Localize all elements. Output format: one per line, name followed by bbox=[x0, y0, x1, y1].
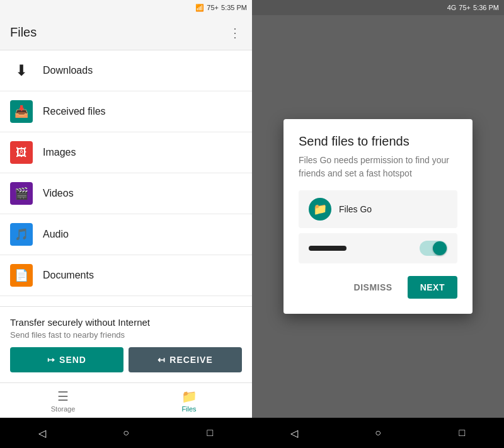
app-header: Files ⋮ bbox=[0, 15, 252, 50]
audio-label: Audio bbox=[43, 229, 69, 240]
right-home-button[interactable]: ○ bbox=[369, 423, 387, 442]
dismiss-button[interactable]: DISMISS bbox=[344, 276, 403, 299]
dialog-overlay: Send files to friends Files Go needs per… bbox=[252, 15, 504, 418]
documents-item[interactable]: 📄 Documents bbox=[0, 255, 252, 296]
images-icon: 🖼 bbox=[10, 141, 33, 164]
left-time: 5:35 PM bbox=[221, 4, 247, 11]
received-icon: 📥 bbox=[10, 100, 33, 123]
files-go-icon: 📁 bbox=[309, 198, 331, 221]
right-signal: 4G bbox=[447, 4, 457, 11]
receive-arrow-icon: ↤ bbox=[158, 355, 166, 365]
downloads-label: Downloads bbox=[43, 65, 93, 76]
left-battery: 75+ bbox=[207, 4, 219, 11]
videos-label: Videos bbox=[43, 188, 74, 199]
documents-label: Documents bbox=[43, 270, 94, 281]
receive-label: RECEIVE bbox=[169, 355, 212, 365]
send-label: SEND bbox=[59, 355, 86, 365]
bottom-navigation: ☰ Storage 📁 Files bbox=[0, 382, 252, 418]
nav-storage[interactable]: ☰ Storage bbox=[0, 383, 126, 418]
right-recent-button[interactable]: □ bbox=[452, 423, 471, 442]
audio-icon: 🎵 bbox=[10, 223, 33, 246]
downloads-icon: ⬇ bbox=[10, 59, 33, 82]
files-nav-icon: 📁 bbox=[181, 389, 197, 404]
right-system-nav: ◁ ○ □ bbox=[252, 418, 504, 448]
permission-toggle-row[interactable] bbox=[299, 233, 457, 263]
documents-icon: 📄 bbox=[10, 264, 33, 287]
left-signal-icon: 📶 bbox=[195, 4, 204, 12]
nav-files[interactable]: 📁 Files bbox=[126, 383, 252, 418]
transfer-section: Transfer securely without Internet Send … bbox=[0, 306, 252, 382]
send-files-dialog: Send files to friends Files Go needs per… bbox=[284, 119, 472, 314]
transfer-buttons: ↦ SEND ↤ RECEIVE bbox=[10, 347, 242, 372]
home-button[interactable]: ○ bbox=[117, 423, 135, 442]
videos-item[interactable]: 🎬 Videos bbox=[0, 173, 252, 214]
transfer-subtitle: Send files fast to nearby friends bbox=[10, 330, 242, 340]
next-button[interactable]: NEXT bbox=[408, 276, 457, 299]
right-time: 5:36 PM bbox=[473, 4, 499, 11]
perm-left: 📁 Files Go bbox=[309, 198, 372, 221]
permission-app-item: 📁 Files Go bbox=[299, 190, 457, 228]
receive-button[interactable]: ↤ RECEIVE bbox=[129, 347, 242, 372]
right-back-button[interactable]: ◁ bbox=[285, 423, 304, 442]
dialog-message: Files Go needs permission to find your f… bbox=[299, 154, 457, 180]
back-button[interactable]: ◁ bbox=[33, 423, 52, 442]
right-status-bar: 4G 75+ 5:36 PM bbox=[252, 0, 504, 15]
send-arrow-icon: ↦ bbox=[47, 355, 55, 365]
system-navigation: ◁ ○ □ ◁ ○ □ bbox=[0, 418, 504, 448]
storage-nav-label: Storage bbox=[51, 405, 76, 413]
videos-icon: 🎬 bbox=[10, 182, 33, 205]
overflow-menu-icon[interactable]: ⋮ bbox=[229, 25, 242, 40]
downloads-item[interactable]: ⬇ Downloads bbox=[0, 50, 252, 91]
storage-icon: ☰ bbox=[57, 389, 69, 404]
toggle-switch[interactable] bbox=[420, 241, 447, 256]
images-item[interactable]: 🖼 Images bbox=[0, 132, 252, 173]
received-files-item[interactable]: 📥 Received files bbox=[0, 91, 252, 132]
audio-item[interactable]: 🎵 Audio bbox=[0, 214, 252, 255]
file-list: ⬇ Downloads 📥 Received files 🖼 Images 🎬 … bbox=[0, 50, 252, 306]
right-battery: 75+ bbox=[459, 4, 471, 11]
toggle-knob bbox=[433, 241, 447, 255]
app-title: Files bbox=[10, 25, 37, 40]
app-name-label: Files Go bbox=[339, 204, 372, 214]
left-system-nav: ◁ ○ □ bbox=[0, 418, 252, 448]
files-app-panel: Files ⋮ ⬇ Downloads 📥 Received files 🖼 I… bbox=[0, 15, 252, 418]
dialog-actions: DISMISS NEXT bbox=[299, 276, 457, 299]
transfer-title: Transfer securely without Internet bbox=[10, 317, 242, 328]
permission-bar bbox=[309, 246, 346, 251]
files-nav-label: Files bbox=[181, 405, 196, 413]
received-label: Received files bbox=[43, 106, 106, 117]
images-label: Images bbox=[43, 147, 76, 158]
recent-button[interactable]: □ bbox=[200, 423, 219, 442]
send-button[interactable]: ↦ SEND bbox=[10, 347, 123, 372]
dialog-title: Send files to friends bbox=[299, 134, 457, 149]
left-status-bar: 📶 75+ 5:35 PM bbox=[0, 0, 252, 15]
